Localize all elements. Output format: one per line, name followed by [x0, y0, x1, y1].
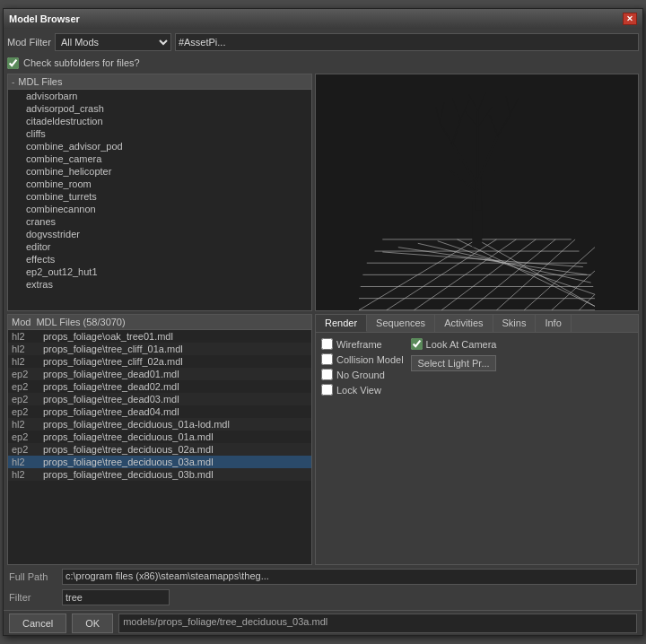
model-row[interactable]: ep2props_foliage\tree_deciduous_01a.mdl [8, 431, 311, 443]
mdl-file-item[interactable]: ep2_out12_hut1 [8, 265, 311, 278]
svg-line-36 [489, 115, 497, 135]
mdl-file-item[interactable]: combine_room [8, 178, 311, 190]
model-list-panel: Mod MDL Files (58/3070) hl2props_foliage… [7, 314, 312, 565]
look-at-camera-label: Look At Camera [426, 339, 497, 350]
subfolders-checkbox[interactable] [7, 57, 19, 69]
lock-view-checkbox[interactable] [321, 384, 333, 396]
model-path: props_foliage\tree_deciduous_02a.mdl [43, 444, 214, 455]
mdl-files-panel: - MDL Files advisorbarnadvisorpod_crashc… [7, 74, 312, 311]
svg-line-40 [477, 93, 484, 111]
mdl-files-list[interactable]: advisorbarnadvisorpod_crashcitadeldestru… [7, 89, 312, 311]
mdl-file-item[interactable]: editor [8, 240, 311, 253]
svg-line-41 [465, 111, 478, 127]
model-path: props_foliage\tree_dead04.mdl [43, 406, 179, 417]
mdl-file-item[interactable]: advisorpod_crash [8, 102, 311, 115]
svg-line-26 [448, 169, 477, 194]
title-left: Model Browser [9, 13, 80, 24]
checkbox-row: Check subfolders for files? [7, 55, 639, 71]
model-mod: ep2 [12, 431, 43, 442]
title-bar: Model Browser ✕ [4, 9, 642, 29]
render-right: Look At Camera Select Light Pr... [411, 338, 497, 396]
model-row[interactable]: hl2props_foliage\tree_deciduous_01a-lod.… [8, 418, 311, 431]
mdl-file-item[interactable]: combine_advisor_pod [8, 140, 311, 152]
model-list[interactable]: hl2props_foliage\oak_tree01.mdlhl2props_… [7, 329, 312, 565]
model-row[interactable]: ep2props_foliage\tree_dead02.mdl [8, 380, 311, 393]
model-list-header: Mod MDL Files (58/3070) [7, 314, 312, 329]
svg-line-32 [440, 103, 444, 124]
svg-line-38 [506, 96, 511, 115]
model-path: props_foliage\tree_deciduous_03a.mdl [43, 457, 214, 467]
middle-area: - MDL Files advisorbarnadvisorpod_crashc… [7, 74, 639, 311]
mod-col-header: Mod [12, 317, 31, 327]
svg-line-34 [460, 101, 468, 119]
no-ground-checkbox[interactable] [321, 369, 333, 380]
mdl-file-item[interactable]: extras [8, 278, 311, 291]
status-path: models/props_foliage/tree_deciduous_03a.… [118, 614, 637, 633]
expand-btn[interactable]: - [12, 77, 14, 87]
model-row[interactable]: hl2props_foliage\tree_cliff_02a.mdl [8, 355, 311, 368]
subfolders-label: Check subfolders for files? [23, 57, 140, 68]
mdl-file-item[interactable]: dogvsstrider [8, 228, 311, 240]
tabs-row: RenderSequencesActivitiesSkinsInfo [316, 315, 638, 333]
render-left: Wireframe Collision Model No Ground [321, 338, 404, 396]
model-mod: ep2 [12, 444, 43, 455]
wireframe-checkbox[interactable] [321, 338, 333, 350]
bottom-area: Mod MDL Files (58/3070) hl2props_foliage… [7, 314, 639, 565]
tab-info[interactable]: Info [536, 315, 571, 332]
svg-line-25 [477, 135, 497, 181]
asset-filter-input[interactable] [175, 33, 639, 51]
mdl-file-item[interactable]: cranes [8, 215, 311, 228]
mdl-file-item[interactable]: cliffs [8, 127, 311, 140]
model-row[interactable]: hl2props_foliage\tree_deciduous_03a.mdl [8, 456, 311, 468]
mdl-file-item[interactable]: citadeldestruction [8, 115, 311, 127]
full-path-label: Full Path [9, 571, 58, 582]
model-mod: hl2 [12, 457, 43, 467]
mdl-file-item[interactable]: advisorbarn [8, 90, 311, 102]
filter-row: Mod Filter All Mods [7, 32, 639, 52]
tab-sequences[interactable]: Sequences [367, 315, 435, 332]
mdl-files-header: - MDL Files [7, 74, 312, 89]
model-row[interactable]: ep2props_foliage\tree_dead03.mdl [8, 393, 311, 405]
mdl-file-item[interactable]: combine_helicopter [8, 165, 311, 178]
lock-view-row: Lock View [321, 384, 404, 396]
model-row[interactable]: ep2props_foliage\tree_deciduous_02a.mdl [8, 443, 311, 456]
filter-bottom-row: Filter [7, 588, 639, 606]
model-row[interactable]: ep2props_foliage\tree_dead04.mdl [8, 405, 311, 418]
model-row[interactable]: hl2props_foliage\tree_deciduous_03b.mdl [8, 468, 311, 481]
model-row[interactable]: hl2props_foliage\oak_tree01.mdl [8, 330, 311, 343]
svg-line-33 [452, 99, 460, 119]
model-row[interactable]: hl2props_foliage\tree_cliff_01a.mdl [8, 343, 311, 355]
model-mod: ep2 [12, 406, 43, 417]
mdl-file-item[interactable]: combine_turrets [8, 190, 311, 203]
model-path: props_foliage\tree_dead01.mdl [43, 369, 179, 379]
svg-line-27 [477, 161, 505, 189]
model-mod: hl2 [12, 419, 43, 430]
mdl-file-item[interactable]: effects [8, 253, 311, 265]
cancel-button[interactable]: Cancel [9, 614, 66, 633]
select-light-button[interactable]: Select Light Pr... [411, 355, 497, 371]
svg-line-35 [497, 115, 510, 135]
tab-skins[interactable]: Skins [493, 315, 537, 332]
model-mod: hl2 [12, 356, 43, 367]
no-ground-row: No Ground [321, 369, 404, 380]
look-at-camera-row: Look At Camera [411, 338, 497, 350]
svg-line-31 [435, 107, 440, 123]
filter-bottom-input[interactable] [62, 589, 170, 605]
tab-activities[interactable]: Activities [435, 315, 493, 332]
look-at-camera-checkbox[interactable] [411, 338, 423, 350]
collision-checkbox[interactable] [321, 353, 333, 365]
model-path: props_foliage\tree_dead03.mdl [43, 394, 179, 405]
ok-button[interactable]: OK [72, 614, 113, 633]
wireframe-label: Wireframe [336, 339, 382, 350]
model-row[interactable]: ep2props_foliage\tree_dead01.mdl [8, 368, 311, 380]
render-panel: RenderSequencesActivitiesSkinsInfo Wiref… [315, 314, 639, 565]
tab-render[interactable]: Render [316, 315, 367, 332]
mdl-file-item[interactable]: combine_camera [8, 152, 311, 165]
model-browser-window: Model Browser ✕ Mod Filter All Mods Chec… [3, 8, 643, 636]
model-path: props_foliage\oak_tree01.mdl [43, 331, 173, 342]
mod-filter-select[interactable]: All Mods [55, 33, 171, 51]
mdl-file-item[interactable]: combinecannon [8, 203, 311, 215]
status-bar: Cancel OK models/props_foliage/tree_deci… [4, 610, 642, 635]
close-button[interactable]: ✕ [623, 13, 637, 25]
no-ground-label: No Ground [336, 370, 385, 380]
